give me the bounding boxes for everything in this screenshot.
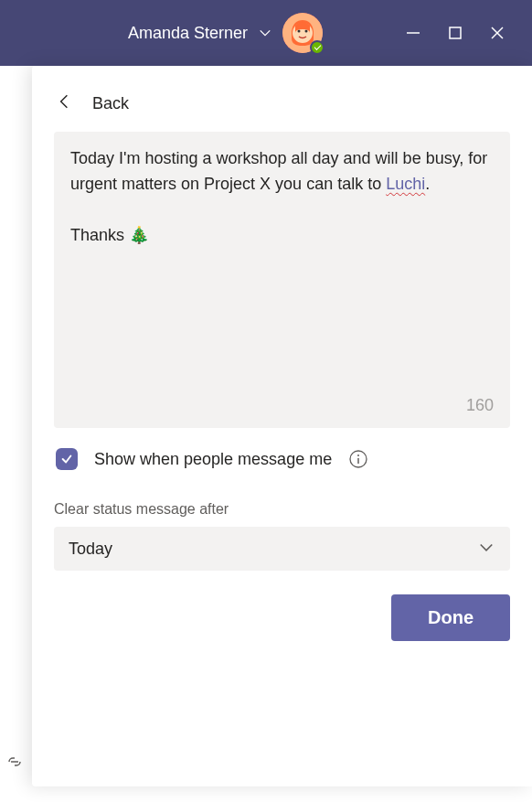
character-count: 160 <box>70 396 494 415</box>
show-when-messaged-checkbox[interactable] <box>56 448 78 470</box>
status-text-after: . <box>425 175 430 193</box>
done-button[interactable]: Done <box>391 594 510 641</box>
info-icon[interactable] <box>348 449 368 469</box>
status-panel: Back Today I'm hosting a workshop all da… <box>32 66 532 786</box>
back-label: Back <box>92 94 129 113</box>
presence-available-icon <box>310 40 325 55</box>
status-message-input[interactable]: Today I'm hosting a workshop all day and… <box>54 132 510 428</box>
svg-point-3 <box>305 30 308 33</box>
show-when-messaged-label: Show when people message me <box>94 450 332 469</box>
svg-point-9 <box>357 454 359 456</box>
clear-after-label: Clear status message after <box>54 501 510 518</box>
minimize-button[interactable] <box>404 24 422 42</box>
status-text: Today I'm hosting a workshop all day and… <box>70 146 494 389</box>
title-bar: Amanda Sterner <box>0 0 532 66</box>
avatar-container[interactable] <box>282 13 323 53</box>
svg-point-2 <box>298 30 301 33</box>
clear-after-dropdown[interactable]: Today <box>54 527 510 571</box>
chevron-down-icon <box>477 538 495 560</box>
chevron-down-icon <box>259 27 271 39</box>
svg-rect-5 <box>450 27 461 38</box>
window-controls <box>404 24 506 42</box>
chevron-left-icon <box>56 91 72 115</box>
maximize-button[interactable] <box>446 24 464 42</box>
user-name: Amanda Sterner <box>128 24 248 43</box>
user-dropdown[interactable]: Amanda Sterner <box>128 13 323 53</box>
show-when-messaged-row: Show when people message me <box>54 428 510 490</box>
back-button[interactable]: Back <box>32 66 532 132</box>
status-closing: Thanks 🎄 <box>70 226 149 244</box>
close-button[interactable] <box>488 24 506 42</box>
clear-after-value: Today <box>69 540 112 559</box>
mention-link[interactable]: Luchi <box>386 175 425 193</box>
link-icon <box>4 751 26 776</box>
